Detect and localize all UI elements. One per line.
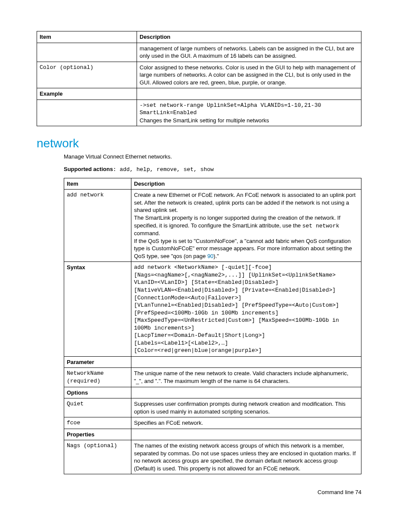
cell-desc: Color assigned to these networks. Color …: [137, 62, 361, 88]
table-row-example-header: Example: [37, 88, 361, 100]
supported-value: : add, help, remove, set, show: [113, 166, 214, 173]
cell-item: Quiet: [64, 398, 131, 417]
cell-desc: The names of the existing network access…: [131, 440, 361, 474]
table-row: Quiet Suppresses user confirmation promp…: [64, 398, 361, 417]
section-body: Manage Virtual Connect Ethernet networks…: [64, 153, 361, 474]
table-row: management of large numbers of networks.…: [37, 43, 361, 62]
table-row: ->set network-range UplinkSet=Alpha VLAN…: [37, 100, 361, 126]
cell-item: Nags (optional): [64, 440, 131, 474]
supported-actions: Supported actions: add, help, remove, se…: [64, 165, 361, 174]
page-footer: Command line 74: [37, 489, 361, 495]
example-text: Changes the SmartLink setting for multip…: [140, 117, 269, 124]
cell-item: add network: [64, 190, 131, 262]
section-heading-network: network: [37, 137, 361, 150]
intro-text: Manage Virtual Connect Ethernet networks…: [64, 153, 361, 161]
col-description: Description: [137, 31, 361, 43]
col-item: Item: [64, 178, 131, 190]
example-label: Example: [37, 88, 137, 100]
syntax-code: add network <NetworkName> [-quiet][-fcoe…: [131, 262, 361, 357]
syntax-label: Syntax: [64, 262, 131, 357]
table-row-properties-header: Properties: [64, 429, 361, 440]
table-row: fcoe Specifies an FCoE network.: [64, 417, 361, 429]
example-code: ->set network-range UplinkSet=Alpha VLAN…: [140, 102, 358, 117]
cell-desc: The unique name of the new network to cr…: [131, 368, 361, 387]
cell-desc: Create a new Ethernet or FCoE network. A…: [131, 190, 361, 262]
col-item: Item: [37, 31, 137, 43]
cell-desc: management of large numbers of networks.…: [137, 43, 361, 62]
table-header-row: Item Description: [64, 178, 361, 190]
cell-item: fcoe: [64, 417, 131, 429]
cell-item: Color (optional): [37, 62, 137, 88]
table-row: Nags (optional) The names of the existin…: [64, 440, 361, 474]
table-row-parameter-header: Parameter: [64, 356, 361, 368]
table-row: add network Create a new Ethernet or FCo…: [64, 190, 361, 262]
cell-item: NetworkName (required): [64, 368, 131, 387]
table-add-network: Item Description add network Create a ne…: [64, 178, 361, 475]
col-description: Description: [131, 178, 361, 190]
table-header-row: Item Description: [37, 31, 361, 43]
table-color-example: Item Description management of large num…: [37, 31, 361, 126]
table-row: NetworkName (required) The unique name o…: [64, 368, 361, 387]
supported-label: Supported actions: [64, 166, 113, 172]
page: Item Description management of large num…: [0, 0, 411, 513]
table-row: Syntax add network <NetworkName> [-quiet…: [64, 262, 361, 357]
page-link-90[interactable]: 90: [207, 253, 213, 259]
example-cell: ->set network-range UplinkSet=Alpha VLAN…: [137, 100, 361, 126]
cell-desc: Suppresses user confirmation prompts dur…: [131, 398, 361, 417]
cell-desc: Specifies an FCoE network.: [131, 417, 361, 429]
table-row: Color (optional) Color assigned to these…: [37, 62, 361, 88]
table-row-options-header: Options: [64, 387, 361, 398]
